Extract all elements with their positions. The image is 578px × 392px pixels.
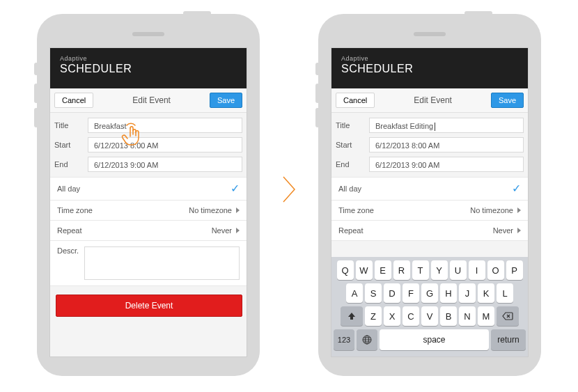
allday-row[interactable]: All day ✓ (50, 178, 247, 201)
start-label: Start (336, 141, 369, 149)
chevron-right-icon (517, 228, 521, 233)
edit-toolbar: Cancel Edit Event Save (50, 88, 247, 113)
key-n[interactable]: N (459, 306, 476, 326)
key-v[interactable]: V (421, 306, 438, 326)
app-title: SCHEDULER (60, 63, 237, 75)
screen-left: Adaptive SCHEDULER Cancel Edit Event Sav… (49, 47, 247, 357)
start-label: Start (54, 141, 88, 149)
key-h[interactable]: H (440, 283, 457, 303)
options-list: All day ✓ Time zone No timezone Repeat N… (331, 178, 528, 241)
space-key[interactable]: space (380, 329, 489, 350)
start-input[interactable]: 6/12/2013 8:00 AM (88, 137, 242, 152)
backspace-key[interactable] (497, 306, 519, 326)
key-a[interactable]: A (346, 283, 363, 303)
key-g[interactable]: G (421, 283, 438, 303)
timezone-row[interactable]: Time zone No timezone (331, 201, 528, 221)
chevron-right-icon (517, 207, 521, 213)
backspace-icon (502, 312, 513, 320)
chevron-right-icon (236, 228, 240, 233)
phone-left: Adaptive SCHEDULER Cancel Edit Event Sav… (37, 14, 260, 376)
key-t[interactable]: T (412, 260, 429, 280)
timezone-label: Time zone (57, 206, 93, 214)
key-i[interactable]: I (469, 260, 485, 280)
repeat-value: Never (493, 226, 513, 235)
repeat-row[interactable]: Repeat Never (331, 221, 528, 241)
title-label: Title (336, 121, 369, 130)
text-caret (435, 123, 435, 131)
shift-icon (347, 311, 357, 321)
start-input[interactable]: 6/12/2013 8:00 AM (369, 137, 524, 152)
keyboard-row-2: ASDFGHJKL (334, 283, 526, 303)
key-p[interactable]: P (506, 260, 523, 280)
event-form: Title Breakfast Start 6/12/2013 8:00 AM … (50, 113, 247, 178)
key-d[interactable]: D (384, 283, 400, 303)
end-input[interactable]: 6/12/2013 9:00 AM (88, 157, 242, 172)
event-form: Title Breakfast Editing Start 6/12/2013 … (331, 113, 528, 178)
edit-toolbar: Cancel Edit Event Save (331, 88, 528, 113)
app-subtitle: Adaptive (60, 55, 237, 62)
key-f[interactable]: F (403, 283, 419, 303)
end-input[interactable]: 6/12/2013 9:00 AM (369, 157, 524, 172)
description-input[interactable] (84, 246, 240, 280)
screen-right: Adaptive SCHEDULER Cancel Edit Event Sav… (331, 47, 529, 357)
timezone-label: Time zone (338, 206, 374, 214)
check-icon: ✓ (231, 183, 240, 194)
key-x[interactable]: X (384, 306, 400, 326)
toolbar-title: Edit Event (132, 95, 171, 105)
key-c[interactable]: C (403, 306, 419, 326)
allday-label: All day (338, 185, 361, 193)
key-z[interactable]: Z (365, 306, 382, 326)
onscreen-keyboard: QWERTYUIOP ASDFGHJKL ZXCVBNM 123 (331, 257, 528, 356)
return-key[interactable]: return (491, 329, 526, 350)
key-u[interactable]: U (450, 260, 467, 280)
cancel-button[interactable]: Cancel (54, 93, 93, 108)
cancel-button[interactable]: Cancel (336, 93, 375, 108)
keyboard-row-3: ZXCVBNM (334, 306, 526, 326)
key-r[interactable]: R (393, 260, 410, 280)
key-j[interactable]: J (459, 283, 476, 303)
key-m[interactable]: M (478, 306, 494, 326)
keyboard-row-1: QWERTYUIOP (334, 260, 526, 280)
title-input[interactable]: Breakfast (88, 118, 242, 133)
toolbar-title: Edit Event (414, 95, 452, 105)
repeat-label: Repeat (57, 226, 81, 235)
key-y[interactable]: Y (431, 260, 448, 280)
repeat-label: Repeat (338, 226, 363, 235)
timezone-value: No timezone (470, 206, 513, 214)
delete-event-button[interactable]: Delete Event (56, 295, 242, 317)
timezone-value: No timezone (189, 206, 232, 214)
key-o[interactable]: O (487, 260, 504, 280)
title-input[interactable]: Breakfast Editing (369, 118, 524, 133)
repeat-row[interactable]: Repeat Never (50, 221, 247, 241)
save-button[interactable]: Save (491, 93, 524, 108)
arrow-right-icon (281, 174, 297, 205)
phone-right: Adaptive SCHEDULER Cancel Edit Event Sav… (318, 14, 541, 376)
numbers-key[interactable]: 123 (334, 329, 354, 350)
end-label: End (54, 160, 88, 168)
chevron-right-icon (236, 207, 240, 213)
globe-key[interactable] (357, 329, 377, 350)
keyboard-row-4: 123 space return (334, 329, 526, 350)
allday-row[interactable]: All day ✓ (331, 178, 528, 201)
key-k[interactable]: K (478, 283, 494, 303)
repeat-value: Never (212, 226, 232, 235)
timezone-row[interactable]: Time zone No timezone (50, 201, 247, 221)
app-header: Adaptive SCHEDULER (50, 48, 247, 88)
description-row: Descr. (50, 241, 247, 286)
shift-key[interactable] (341, 306, 363, 326)
key-w[interactable]: W (356, 260, 373, 280)
allday-label: All day (57, 185, 80, 193)
key-e[interactable]: E (375, 260, 391, 280)
key-q[interactable]: Q (337, 260, 354, 280)
key-l[interactable]: L (497, 283, 513, 303)
options-list: All day ✓ Time zone No timezone Repeat N… (50, 178, 247, 286)
check-icon: ✓ (512, 183, 521, 194)
globe-icon (361, 334, 373, 345)
key-s[interactable]: S (365, 283, 382, 303)
key-b[interactable]: B (440, 306, 457, 326)
app-title: SCHEDULER (341, 63, 518, 75)
app-subtitle: Adaptive (341, 55, 518, 62)
app-header: Adaptive SCHEDULER (331, 48, 528, 88)
save-button[interactable]: Save (210, 93, 242, 108)
title-label: Title (54, 121, 88, 130)
